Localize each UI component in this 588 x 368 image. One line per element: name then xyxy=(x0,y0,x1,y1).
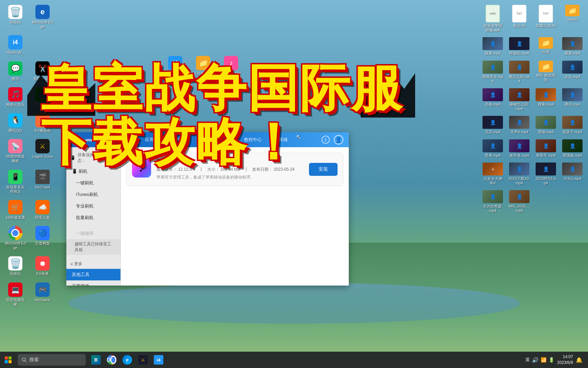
itunes-info: iTunes 最新版本： 12.12.9.4 | 大小： 201.34 MB | xyxy=(157,158,304,180)
user-avatar[interactable]: 👤 xyxy=(334,135,343,144)
itunes-date: 2023-05-24 xyxy=(274,167,294,172)
desktop-icon-vid14[interactable]: 👤 谈手道.mp4 xyxy=(507,138,532,159)
desktop-icon-wechat[interactable]: 💬 微信 xyxy=(3,60,27,82)
nav-appgame[interactable]: 应用游戏 xyxy=(145,135,163,144)
start-button[interactable] xyxy=(0,352,16,368)
desktop-icon-msi[interactable]: 📁 MSI 视觉现在 xyxy=(534,59,558,85)
itunes-date-label: 发布日期： 2023-05-24 xyxy=(252,167,295,172)
nav-store[interactable]: 爱思商城 xyxy=(270,135,288,144)
desktop-icon-vid6[interactable]: 👤 碰碰怎么回.mp4 xyxy=(507,87,532,112)
app-logo: i4 xyxy=(72,135,81,144)
desktop-icon-vid11[interactable]: 👤 黑德.mp4 xyxy=(534,114,558,136)
desktop-icon-store[interactable]: 📱 发现更多应用商店 xyxy=(3,168,27,195)
desktop-icon-vid15[interactable]: 👤 举双手.mp4 xyxy=(534,138,558,159)
taskbar-icon-i4[interactable]: i4 xyxy=(151,352,166,367)
desktop-icon-ev2[interactable]: ⏺ EV录屏 xyxy=(31,255,54,277)
desktop-icon-bilibili[interactable]: 📡 哔哩哔哩直播姬 xyxy=(3,138,27,165)
desktop-icon-clash[interactable]: 📁 clash/z xyxy=(560,3,585,34)
notification-icon[interactable]: 🔔 xyxy=(576,357,583,363)
sidebar-item-batch-flash[interactable]: 批量刷机 xyxy=(66,212,120,224)
capcut-icon: ✂️ xyxy=(35,61,50,76)
taskbar-icon-edge[interactable]: e xyxy=(120,352,135,367)
nav-smartflash[interactable]: 智能刷机 xyxy=(197,135,214,144)
desktop-icon-vid9[interactable]: 👤 无言.mp4 xyxy=(480,114,505,136)
desktop-icon-recycle[interactable]: 🗑️ 回收站 xyxy=(3,3,27,30)
desktop-icon-aliyun[interactable]: ☁️ 阿里云盘 xyxy=(31,199,54,221)
desktop-icon-vid4[interactable]: 👤 走走.mp4 xyxy=(560,59,585,85)
desktop-icon-legionzone[interactable]: ⚔ Legion Zone xyxy=(31,138,54,165)
desktop-icon-1688[interactable]: 🛒 1688速卖通 xyxy=(3,199,27,221)
desktop-icon-vid7[interactable]: 👤 搜索.mp4 xyxy=(534,87,558,112)
nav-mydevice[interactable]: 我的设备 xyxy=(119,135,137,144)
desktop-icon-vid-eat[interactable]: 👤 吃饭机.mp4 xyxy=(507,36,532,57)
sidebar-item-other-tools[interactable]: 其他工具 xyxy=(66,269,120,280)
fox2-icon: 🎬 xyxy=(35,170,50,184)
sidebar-item-onekey-flash[interactable]: 一键刷机 xyxy=(66,177,120,189)
other-tools-label: 其他工具 xyxy=(72,272,89,277)
app-nav: 我的设备 应用游戏 种声壁纸 智能刷机 工具箱 教程中心 爱思商城 xyxy=(119,135,288,144)
nav-toolbox[interactable]: 工具箱 xyxy=(223,135,236,144)
edge-label: Microsoft Edge xyxy=(32,20,53,29)
desktop-icon-recycle3[interactable]: 🗑️ 回收站 xyxy=(3,255,27,277)
sidebar-item-download-firm[interactable]: 下载固件 xyxy=(66,280,120,286)
desktop-icon-vid2[interactable]: 👤 哦哦安全.mp4 xyxy=(480,59,505,85)
desktop-icon-wangyiyun[interactable]: 🎵 网易云音乐 xyxy=(3,86,27,108)
vid-search-thumb: 👤 xyxy=(483,37,503,50)
itunes-flash-label: iTunes刷机 xyxy=(76,192,98,197)
desktop-icon-img[interactable]: 👤 IMG_9741....mp4 xyxy=(507,189,532,214)
sidebar-item-flash[interactable]: 📱 刷机 xyxy=(66,166,120,177)
desktop-icon-vid20[interactable]: 👤 大力出奇迹.mp4 xyxy=(480,189,505,214)
pic-label: 白画 xyxy=(542,50,550,54)
desktop-icon-baidu[interactable]: 🔵 百度网盘 xyxy=(31,225,54,251)
jailbreak-note-text: 越狱工具已转移至工具箱 xyxy=(75,242,111,252)
desktop-icon-txt2[interactable]: TXT 加载完成.txt xyxy=(534,3,558,34)
desktop-icon-fox2[interactable]: 🎬 fox2.mp4 xyxy=(31,168,54,195)
desktop-icon-vid12[interactable]: 👤 该是子.mp4 xyxy=(560,114,585,136)
desktop-icon-vid3[interactable]: 👤 哦怎么回.mp4 xyxy=(507,59,532,85)
vid18-thumb: 👤 xyxy=(536,163,556,175)
desktop-icon-i4flash[interactable]: i4 爱思助手7.0 xyxy=(163,55,187,81)
taskbar-icon-chrome[interactable] xyxy=(104,352,119,367)
desktop-icon-vid19[interactable]: 👤 片头1.mp4 xyxy=(560,161,585,187)
desktop-icon-vid5[interactable]: 👤 总画.mp4 xyxy=(480,87,505,112)
desktop-icon-vid10[interactable]: 👤 无声4.mp4 xyxy=(507,114,532,136)
msi-icon: 📁 xyxy=(539,61,553,72)
desktop-icon-vid-search[interactable]: 👤 搜索.mp4 xyxy=(480,36,505,57)
desktop-icon-vid13[interactable]: 👤 思考.mp4 xyxy=(480,138,505,159)
taskbar-search[interactable]: 搜索 xyxy=(18,354,86,366)
desktop-icon-txt1[interactable]: TXT 敲注.txt xyxy=(507,3,532,34)
desktop-icon-apk[interactable]: APK 皇室战争国际服.apk xyxy=(480,3,505,34)
desktop-icon-lenovo[interactable]: 💻 联想电脑管家 xyxy=(3,281,27,308)
nav-tutorial[interactable]: 教程中心 xyxy=(244,135,262,144)
desktop-icon-vid17[interactable]: 👤 2023下载X3.mp4 xyxy=(507,161,532,187)
desktop-icon-i4tools[interactable]: i4 i4tools W... xyxy=(3,34,27,56)
sidebar-item-pro-flash[interactable]: 专业刷机 xyxy=(66,200,120,212)
desktop-icon-iosfolder[interactable]: 📁 iOS相关应用 xyxy=(191,55,215,81)
desktop-icon-vid18[interactable]: 👤 2023狩X3.mp4 xyxy=(534,161,558,187)
desktop-icon-qq[interactable]: 🐧 腾讯QQ xyxy=(3,112,27,134)
nav-wallpaper[interactable]: 种声壁纸 xyxy=(171,135,189,144)
desktop-icon-vid1[interactable]: 👤 搜索.mp4 xyxy=(560,36,585,57)
taskbar-icon-bing[interactable]: B xyxy=(88,352,103,367)
desktop-icon-chrome[interactable]: Microsoft Edge xyxy=(3,225,27,251)
desktop-icon-game2[interactable]: ⚔ 点友卡大神杀# xyxy=(480,161,505,187)
sidebar-item-itunes-flash[interactable]: iTunes刷机 xyxy=(66,189,120,200)
itunes-app-icon: ♪ xyxy=(132,158,151,178)
itunes-install-button[interactable]: 安装 xyxy=(309,163,338,176)
taskbar-date-display: 2023/6/9 xyxy=(557,360,573,366)
pro-flash-label: 专业刷机 xyxy=(76,203,94,209)
sidebar-more[interactable]: ≡ 更多 xyxy=(66,259,120,269)
desktop-icon-edge[interactable]: e Microsoft Edge xyxy=(31,3,54,30)
taskbar-icon-game[interactable]: ⚔ xyxy=(135,352,150,367)
desktop-icon-vid16[interactable]: 👤 璞璞磁.mp4 xyxy=(560,138,585,159)
onekey-flash-label: 一键刷机 xyxy=(76,180,94,185)
notification-badge[interactable]: 1 xyxy=(322,136,330,144)
desktop-icon-vid8[interactable]: 👤 测试.mp4 xyxy=(560,87,585,112)
wechat-label: 微信 xyxy=(12,77,19,81)
legionzone-label: Legion Zone xyxy=(32,154,53,159)
desktop-icon-pic[interactable]: 📁 白画 xyxy=(534,36,558,57)
vid15-thumb: 👤 xyxy=(536,139,556,152)
desktop-icon-wegame[interactable]: 🎮 WeGame xyxy=(31,281,54,308)
i4flash-label: 爱思助手7.0 xyxy=(165,71,185,76)
desktop-icon-itunessetup[interactable]: ♪ iTunes64Set... xyxy=(219,55,243,81)
